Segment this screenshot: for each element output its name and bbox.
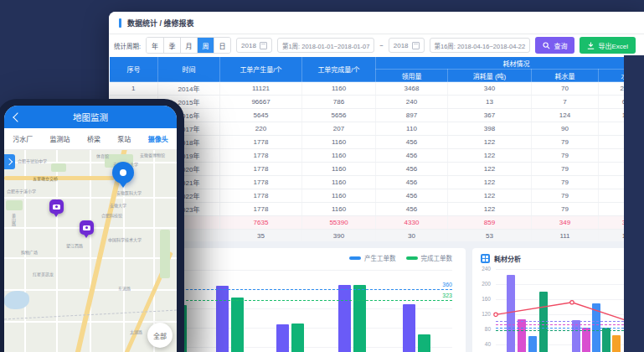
table-row[interactable]: 82021年177811604561227967	[110, 176, 644, 189]
period-segmented[interactable]: 年季月周日	[146, 37, 231, 54]
phone-tab-摄像头[interactable]: 摄像头	[148, 134, 168, 143]
period-option-年[interactable]: 年	[147, 38, 163, 53]
start-range-input[interactable]: 第1周: 2018-01-01~2018-01-07	[277, 38, 374, 53]
map-place-label: 体育馆	[96, 153, 109, 158]
column-header: 工单产生量/个	[220, 57, 302, 82]
table-row[interactable]: 22015年96667786240137690	[110, 96, 644, 109]
table-row[interactable]: 62019年177811604561227967	[110, 149, 644, 163]
phone-tab-桥梁[interactable]: 桥梁	[87, 134, 100, 143]
column-header: 序号	[110, 57, 158, 82]
table-row[interactable]: 72020年177811604561227967	[110, 163, 644, 176]
bar-completed[interactable]	[353, 285, 366, 352]
bar-produced[interactable]	[276, 324, 289, 352]
table-cell: 13	[448, 96, 532, 109]
filter-toolbar: 统计周期: 年季月周日 2018 第1周: 2018-01-01~2018-01…	[109, 34, 644, 56]
table-cell: 456	[376, 189, 448, 203]
table-row[interactable]: 42017年2202071103989019	[110, 122, 644, 136]
bar-completed[interactable]	[418, 334, 430, 352]
table-row[interactable]: 12014年1112111603468340702500	[110, 82, 644, 96]
report-table-container: 序号时间工单产生量/个工单完成量/个耗材情况领用量消耗量 (吨)耗水量水量120…	[109, 56, 644, 243]
table-cell: 207	[302, 122, 376, 136]
phone-tab-监测站[interactable]: 监测站	[50, 134, 70, 143]
period-option-周[interactable]: 周	[197, 38, 214, 53]
end-year-select[interactable]: 2018	[389, 38, 425, 53]
table-cell: 456	[376, 136, 448, 149]
end-range-input[interactable]: 第16周: 2018-04-16~2018-04-22	[430, 38, 531, 53]
query-button-label: 查询	[554, 41, 567, 50]
back-chevron-icon[interactable]	[13, 112, 22, 122]
camera-icon	[53, 204, 60, 210]
camera-icon	[83, 225, 90, 230]
phone-tab-泵站[interactable]: 泵站	[117, 134, 131, 143]
charts-section: 产生工单数 完成工单数 360323 耗材分析 2402001601208040	[109, 241, 644, 352]
phone-page-title: 地图监测	[73, 111, 108, 123]
group-column-header: 耗材情况	[376, 57, 644, 70]
line-data-point[interactable]	[494, 313, 497, 316]
table-cell: 110	[376, 122, 448, 136]
map-road	[153, 150, 155, 352]
table-row[interactable]: 32016年56455656897367124129	[110, 109, 644, 122]
selected-camera-pin[interactable]	[112, 162, 134, 184]
map-view[interactable]: 全部 合肥市琥珀中学体育馆安徽农业大学安徽省博物馆五里墩立交桥安徽医科大学合肥市…	[4, 150, 177, 352]
map-place-label: 安徽省博物馆	[140, 152, 165, 158]
table-cell: 122	[448, 176, 532, 189]
phone-tab-污水厂[interactable]: 污水厂	[13, 134, 33, 143]
period-option-月[interactable]: 月	[180, 38, 197, 53]
map-all-button[interactable]: 全部	[147, 323, 173, 348]
map-place-label: 安徽大学	[110, 202, 126, 208]
table-cell: 122	[448, 189, 532, 203]
map-park	[51, 163, 66, 172]
bar-produced[interactable]	[403, 304, 415, 352]
table-cell: 124	[532, 109, 599, 122]
table-cell: 240	[376, 96, 448, 109]
bar-produced[interactable]	[338, 285, 351, 352]
table-cell: 1160	[302, 189, 376, 203]
bar-completed[interactable]	[291, 324, 304, 352]
calendar-icon	[260, 42, 267, 49]
table-cell: 1160	[302, 136, 376, 149]
period-option-季[interactable]: 季	[163, 38, 180, 53]
camera-marker[interactable]	[49, 199, 64, 214]
sub-column-header: 耗水量	[532, 70, 599, 82]
map-park	[6, 200, 23, 210]
table-cell: 2014年	[158, 82, 220, 96]
sub-column-header: 领用量	[376, 70, 448, 82]
column-header: 工单完成量/个	[302, 57, 376, 82]
bar-completed[interactable]	[231, 298, 244, 352]
table-cell: 90	[532, 122, 599, 136]
column-header: 时间	[158, 57, 220, 82]
table-cell: 1778	[220, 163, 302, 176]
map-place-label: 安徽医科大学	[116, 189, 142, 195]
export-excel-button[interactable]: 导出Excel	[580, 37, 636, 54]
table-cell: 5656	[302, 109, 376, 122]
calendar-icon	[412, 42, 420, 49]
table-cell: 1778	[220, 136, 302, 149]
start-year-select[interactable]: 2018	[236, 38, 272, 53]
table-cell: 122	[448, 149, 532, 163]
bar-produced[interactable]	[216, 286, 229, 352]
table-cell: 79	[532, 163, 599, 176]
table-cell: 897	[376, 109, 448, 122]
table-cell: 456	[376, 203, 448, 216]
table-cell: 1778	[220, 176, 302, 189]
table-cell: 1	[110, 82, 158, 96]
table-cell: 349	[532, 216, 599, 230]
line-data-point[interactable]	[570, 301, 574, 304]
table-row[interactable]: 92022年177811604561227967	[110, 189, 644, 203]
table-cell: 122	[448, 163, 532, 176]
map-place-label: 中国科学技术大学	[108, 236, 142, 242]
map-expand-button[interactable]	[4, 154, 15, 169]
table-cell: 79	[532, 136, 599, 149]
screenshot-root: { "dashboard": { "breadcrumb": "数据统计 / 维…	[0, 0, 644, 352]
table-row[interactable]: 102023年177811604561227967	[110, 203, 644, 216]
start-year-value: 2018	[241, 42, 256, 49]
background-overlay-band	[624, 55, 644, 352]
table-cell: 367	[448, 109, 532, 122]
table-cell: 7	[532, 96, 599, 109]
period-option-日[interactable]: 日	[214, 38, 230, 53]
map-place-label: 合肥科技馆	[101, 212, 122, 218]
map-place-label: 红星美凯龙	[33, 271, 54, 277]
camera-marker[interactable]	[80, 220, 94, 235]
table-row[interactable]: 52018年177811604561227967	[110, 136, 644, 149]
query-button[interactable]: 查询	[535, 37, 574, 54]
